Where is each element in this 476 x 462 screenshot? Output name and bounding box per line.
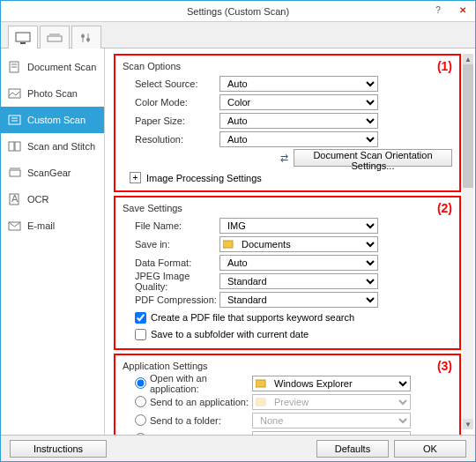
image-processing-label: Image Processing Settings bbox=[146, 173, 262, 183]
sidebar-item-custom-scan[interactable]: Custom Scan bbox=[1, 107, 104, 133]
tab-scan-from-panel[interactable] bbox=[40, 26, 70, 48]
sidebar-item-scangear[interactable]: ScanGear bbox=[1, 160, 104, 186]
tab-general-settings[interactable] bbox=[71, 26, 101, 48]
attach-email-label: Attach to e-mail: bbox=[146, 434, 252, 436]
monitor-icon bbox=[15, 32, 31, 44]
scangear-icon bbox=[8, 167, 22, 179]
image-processing-expand[interactable]: + Image Processing Settings bbox=[123, 172, 452, 183]
swap-arrows-icon[interactable]: ⇄ bbox=[280, 153, 288, 164]
sidebar-item-label: Document Scan bbox=[27, 62, 96, 72]
tab-scan-from-computer[interactable] bbox=[8, 26, 38, 48]
sidebar-item-ocr[interactable]: A OCR bbox=[1, 186, 104, 212]
svg-point-6 bbox=[81, 34, 85, 38]
svg-rect-22 bbox=[223, 241, 233, 248]
send-to-app-label: Send to an application: bbox=[146, 397, 252, 407]
scanner-icon bbox=[47, 32, 63, 44]
svg-text:A: A bbox=[11, 193, 19, 204]
scan-options-section: (1) Scan Options Select Source: Auto Col… bbox=[114, 54, 461, 192]
section-marker-3: (3) bbox=[437, 359, 452, 373]
document-icon bbox=[8, 61, 22, 73]
top-tabstrip bbox=[1, 22, 475, 48]
sidebar-item-label: ScanGear bbox=[27, 168, 71, 178]
scrollbar[interactable]: ▲ ▼ bbox=[463, 54, 473, 429]
explorer-icon bbox=[256, 378, 266, 389]
attach-email-dropdown[interactable]: None (Attach Manually) bbox=[252, 431, 411, 436]
data-format-label: Data Format: bbox=[123, 257, 219, 268]
sidebar: Document Scan Photo Scan Custom Scan Sca… bbox=[1, 48, 105, 435]
open-with-radio[interactable] bbox=[135, 377, 146, 389]
orientation-settings-button[interactable]: Document Scan Orientation Settings... bbox=[294, 149, 452, 167]
pdf-compression-label: PDF Compression: bbox=[123, 294, 219, 305]
keyword-search-label: Create a PDF file that supports keyword … bbox=[151, 312, 354, 323]
svg-rect-16 bbox=[15, 142, 20, 151]
sidebar-item-photo-scan[interactable]: Photo Scan bbox=[1, 80, 104, 107]
save-in-label: Save in: bbox=[123, 239, 219, 250]
sidebar-item-email[interactable]: E-mail bbox=[1, 212, 104, 239]
custom-icon bbox=[8, 114, 22, 126]
section-marker-2: (2) bbox=[437, 201, 452, 215]
sidebar-item-scan-stitch[interactable]: Scan and Stitch bbox=[1, 133, 104, 160]
main-panel: ▲ ▼ (1) Scan Options Select Source: Auto… bbox=[105, 48, 475, 435]
folder-icon bbox=[223, 239, 234, 250]
attach-email-radio[interactable] bbox=[135, 433, 146, 435]
color-mode-dropdown[interactable]: Color bbox=[219, 94, 378, 110]
photo-icon bbox=[8, 87, 22, 100]
send-to-folder-radio[interactable] bbox=[135, 414, 146, 426]
body: Document Scan Photo Scan Custom Scan Sca… bbox=[1, 48, 475, 435]
jpeg-quality-dropdown[interactable]: Standard bbox=[219, 273, 378, 289]
color-mode-label: Color Mode: bbox=[123, 97, 219, 108]
ok-button[interactable]: OK bbox=[394, 440, 466, 458]
scroll-thumb[interactable] bbox=[463, 64, 473, 188]
sidebar-item-label: OCR bbox=[27, 194, 48, 205]
footer: Instructions Defaults OK bbox=[1, 435, 475, 461]
paper-size-label: Paper Size: bbox=[123, 116, 219, 126]
keyword-search-checkbox[interactable] bbox=[135, 312, 146, 324]
send-to-app-radio[interactable] bbox=[135, 396, 146, 407]
scroll-down-icon[interactable]: ▼ bbox=[463, 419, 473, 429]
window-controls: ? ✕ bbox=[426, 1, 475, 19]
instructions-button[interactable]: Instructions bbox=[10, 440, 107, 458]
svg-rect-12 bbox=[9, 116, 20, 124]
email-icon bbox=[8, 220, 22, 232]
settings-window: Settings (Custom Scan) ? ✕ Document Scan… bbox=[0, 0, 476, 462]
pdf-compression-dropdown[interactable]: Standard bbox=[219, 292, 378, 308]
svg-rect-1 bbox=[20, 42, 26, 44]
stitch-icon bbox=[8, 140, 22, 153]
svg-rect-11 bbox=[9, 89, 20, 98]
open-with-dropdown[interactable]: Windows Explorer bbox=[252, 376, 411, 391]
close-icon[interactable]: ✕ bbox=[450, 1, 475, 19]
select-source-dropdown[interactable]: Auto bbox=[219, 76, 378, 92]
defaults-button[interactable]: Defaults bbox=[316, 440, 389, 458]
data-format-dropdown[interactable]: Auto bbox=[219, 255, 378, 271]
sidebar-item-label: E-mail bbox=[27, 220, 55, 231]
svg-rect-15 bbox=[9, 142, 14, 151]
titlebar: Settings (Custom Scan) ? ✕ bbox=[1, 1, 475, 22]
section-title: Save Settings bbox=[123, 203, 452, 213]
svg-rect-0 bbox=[16, 33, 30, 41]
select-source-label: Select Source: bbox=[123, 78, 219, 89]
sidebar-item-document-scan[interactable]: Document Scan bbox=[1, 54, 104, 80]
scroll-up-icon[interactable]: ▲ bbox=[463, 54, 473, 64]
file-name-field[interactable]: IMG bbox=[219, 218, 378, 234]
window-title: Settings (Custom Scan) bbox=[187, 6, 289, 17]
resolution-dropdown[interactable]: Auto bbox=[219, 131, 378, 147]
send-to-folder-dropdown[interactable]: None bbox=[252, 413, 411, 428]
save-in-dropdown[interactable]: Documents bbox=[219, 236, 378, 252]
send-to-folder-label: Send to a folder: bbox=[146, 415, 252, 426]
sliders-icon bbox=[78, 32, 94, 44]
svg-rect-17 bbox=[10, 170, 20, 176]
ocr-icon: A bbox=[8, 193, 22, 205]
jpeg-quality-label: JPEG Image Quality: bbox=[123, 271, 219, 292]
plus-icon: + bbox=[130, 172, 141, 183]
application-settings-section: (3) Application Settings Open with an ap… bbox=[114, 354, 461, 435]
open-with-label: Open with an application: bbox=[146, 373, 252, 394]
svg-point-7 bbox=[86, 38, 90, 41]
subfolder-label: Save to a subfolder with current date bbox=[151, 329, 309, 339]
subfolder-checkbox[interactable] bbox=[135, 329, 146, 340]
save-settings-section: (2) Save Settings File Name: IMG Save in… bbox=[114, 196, 461, 350]
send-to-app-dropdown[interactable]: Preview bbox=[252, 394, 411, 410]
help-icon[interactable]: ? bbox=[426, 1, 450, 19]
paper-size-dropdown[interactable]: Auto bbox=[219, 113, 378, 129]
sidebar-item-label: Custom Scan bbox=[27, 115, 86, 125]
sidebar-item-label: Scan and Stitch bbox=[27, 141, 95, 152]
